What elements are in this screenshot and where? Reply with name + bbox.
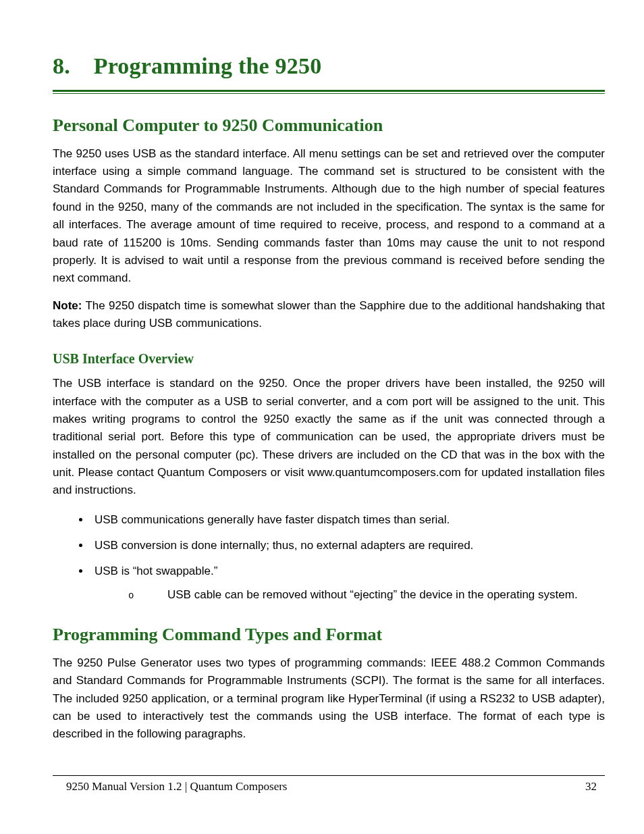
subsection-heading-usb: USB Interface Overview <box>53 351 605 367</box>
list-item: USB communications generally have faster… <box>90 509 605 531</box>
sub-list: USB cable can be removed without “ejecti… <box>95 584 605 606</box>
sub-list-item: USB cable can be removed without “ejecti… <box>136 584 605 606</box>
list-item-text: USB is “hot swappable.” <box>95 565 217 577</box>
bullet-list: USB communications generally have faster… <box>53 509 605 606</box>
page-number: 32 <box>585 780 605 793</box>
paragraph: The USB interface is standard on the 925… <box>53 375 605 499</box>
section-heading-command-types: Programming Command Types and Format <box>53 625 605 645</box>
body-text: The USB interface is standard on the 925… <box>53 375 605 499</box>
note-text: The 9250 dispatch time is somewhat slowe… <box>53 299 605 330</box>
chapter-number: 8. <box>53 53 88 80</box>
heading-rule <box>53 90 605 94</box>
note-paragraph: Note: The 9250 dispatch time is somewhat… <box>53 297 605 333</box>
footer-left: 9250 Manual Version 1.2 | Quantum Compos… <box>53 780 287 793</box>
list-item: USB conversion is done internally; thus,… <box>90 535 605 556</box>
note-label: Note: <box>53 299 82 312</box>
list-item: USB is “hot swappable.” USB cable can be… <box>90 561 605 606</box>
body-text: The 9250 uses USB as the standard interf… <box>53 145 605 332</box>
page: 8. Programming the 9250 Personal Compute… <box>0 0 644 834</box>
chapter-heading: 8. Programming the 9250 <box>53 53 605 80</box>
paragraph: The 9250 uses USB as the standard interf… <box>53 145 605 288</box>
page-footer: 9250 Manual Version 1.2 | Quantum Compos… <box>53 775 605 793</box>
paragraph: The 9250 Pulse Generator uses two types … <box>53 654 605 744</box>
section-heading-communication: Personal Computer to 9250 Communication <box>53 115 605 136</box>
chapter-title: Programming the 9250 <box>94 53 322 78</box>
body-text: The 9250 Pulse Generator uses two types … <box>53 654 605 744</box>
